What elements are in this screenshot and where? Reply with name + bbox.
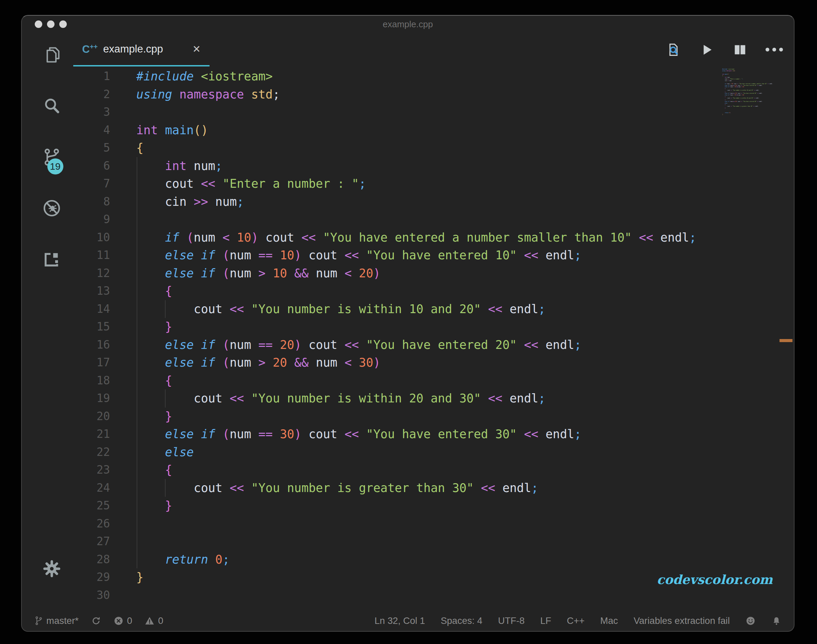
code-line[interactable]: 22 else	[73, 443, 794, 462]
code-line[interactable]: 7 cout << "Enter a number : ";	[73, 175, 794, 193]
sync-icon	[91, 616, 101, 626]
debug-disabled-icon[interactable]	[42, 198, 62, 218]
line-number: 29	[73, 568, 110, 586]
status-encoding[interactable]: UTF-8	[498, 615, 525, 626]
line-number: 5	[73, 139, 110, 157]
code-line[interactable]: 23 {	[73, 461, 794, 479]
line-number: 3	[73, 103, 110, 121]
code-line[interactable]: 25 }	[73, 497, 794, 515]
line-number: 18	[73, 372, 110, 390]
window-title: example.cpp	[22, 19, 794, 30]
status-bar: master* 0	[22, 610, 794, 631]
code-line[interactable]: 6 int num;	[73, 157, 794, 175]
close-window-button[interactable]	[35, 20, 42, 28]
status-warnings[interactable]: 0	[144, 615, 163, 626]
code-line[interactable]: 3	[73, 103, 794, 121]
code-line[interactable]: 30	[73, 586, 794, 604]
line-number: 24	[73, 479, 110, 497]
git-branch-icon	[34, 616, 43, 626]
line-number: 23	[73, 461, 110, 479]
code-line[interactable]: 18 {	[73, 372, 794, 390]
code-line[interactable]: 28 return 0;	[73, 550, 794, 569]
line-number: 30	[73, 586, 110, 604]
status-branch-label: master*	[46, 615, 79, 626]
status-eol[interactable]: LF	[540, 615, 551, 626]
notifications-bell-icon[interactable]	[771, 616, 782, 626]
line-number: 10	[73, 228, 110, 247]
code-line[interactable]: 27	[73, 532, 794, 550]
code-line[interactable]: 21 else if (num == 30) cout << "You have…	[73, 425, 794, 443]
line-number: 8	[73, 193, 110, 211]
zoom-window-button[interactable]	[59, 20, 67, 28]
minimize-window-button[interactable]	[47, 20, 55, 28]
indent-guide	[165, 479, 166, 497]
overview-ruler-marker	[780, 339, 792, 342]
feedback-smiley-icon[interactable]	[745, 616, 756, 626]
line-number: 25	[73, 497, 110, 515]
extensions-icon[interactable]	[42, 250, 62, 269]
search-icon[interactable]	[42, 96, 62, 116]
line-number: 21	[73, 425, 110, 443]
watermark: codevscolor.com	[657, 572, 773, 587]
code-line[interactable]: 24 cout << "You number is greater than 3…	[73, 479, 794, 497]
more-actions-icon[interactable]	[766, 48, 783, 51]
code-line[interactable]: 16 else if (num == 20) cout << "You have…	[73, 336, 794, 354]
split-editor-icon[interactable]	[732, 42, 748, 58]
code-line[interactable]: 4int main()	[73, 121, 794, 140]
line-number: 12	[73, 264, 110, 282]
code-line[interactable]: 1#include <iostream>	[73, 67, 794, 86]
code-line[interactable]: 10 if (num < 10) cout << "You have enter…	[73, 228, 794, 247]
line-number: 22	[73, 443, 110, 462]
status-message[interactable]: Variables extraction fail	[634, 615, 730, 626]
activity-bar: 19	[22, 33, 73, 610]
code-line[interactable]: 14 cout << "You number is within 10 and …	[73, 300, 794, 318]
line-number: 15	[73, 318, 110, 336]
title-bar: example.cpp	[22, 16, 794, 33]
tab-close-icon[interactable]: ✕	[193, 43, 201, 55]
line-number: 19	[73, 389, 110, 408]
line-number: 14	[73, 300, 110, 318]
line-number: 6	[73, 157, 110, 175]
line-number: 16	[73, 336, 110, 354]
status-indentation[interactable]: Spaces: 4	[440, 615, 482, 626]
code-line[interactable]: 17 else if (num > 20 && num < 30)	[73, 354, 794, 372]
line-number: 26	[73, 515, 110, 533]
code-line[interactable]: 12 else if (num > 10 && num < 20)	[73, 264, 794, 282]
indent-guide	[136, 157, 137, 569]
settings-gear-icon[interactable]	[42, 559, 62, 578]
indent-guide	[165, 300, 166, 318]
explorer-files-icon[interactable]	[42, 45, 62, 65]
line-number: 27	[73, 532, 110, 550]
status-sync-button[interactable]	[91, 616, 101, 626]
code-line[interactable]: 11 else if (num == 10) cout << "You have…	[73, 246, 794, 264]
status-branch[interactable]: master*	[34, 615, 79, 626]
indent-guide	[165, 389, 166, 408]
code-line[interactable]: 20 }	[73, 408, 794, 426]
code-editor[interactable]: 1#include <iostream>2using namespace std…	[73, 66, 794, 610]
code-lines: 1#include <iostream>2using namespace std…	[73, 66, 794, 604]
source-control-icon[interactable]: 19	[42, 147, 62, 167]
traffic-lights	[35, 20, 67, 28]
tab-example-cpp[interactable]: C++ example.cpp ✕	[73, 33, 210, 66]
minimap[interactable]: #include <iostream>using namespace std;i…	[720, 69, 776, 125]
code-line[interactable]: 19 cout << "You number is within 20 and …	[73, 389, 794, 408]
cpp-language-icon: C++	[82, 43, 98, 55]
code-line[interactable]: 13 {	[73, 282, 794, 300]
status-platform[interactable]: Mac	[600, 615, 618, 626]
tab-bar: C++ example.cpp ✕	[73, 33, 794, 66]
run-icon[interactable]	[699, 42, 714, 58]
code-line[interactable]: 26	[73, 515, 794, 533]
line-number: 1	[73, 67, 110, 86]
scm-badge: 19	[48, 158, 63, 175]
status-cursor-position[interactable]: Ln 32, Col 1	[374, 615, 425, 626]
code-line[interactable]: 9	[73, 210, 794, 228]
code-line[interactable]: 8 cin >> num;	[73, 193, 794, 211]
code-line[interactable]: 15 }	[73, 318, 794, 336]
line-number: 28	[73, 550, 110, 569]
code-line[interactable]: 5{	[73, 139, 794, 157]
code-line[interactable]: 2using namespace std;	[73, 86, 794, 104]
line-number: 13	[73, 282, 110, 300]
status-language[interactable]: C++	[567, 615, 585, 626]
search-in-file-icon[interactable]	[665, 42, 681, 58]
status-errors[interactable]: 0	[113, 615, 132, 626]
